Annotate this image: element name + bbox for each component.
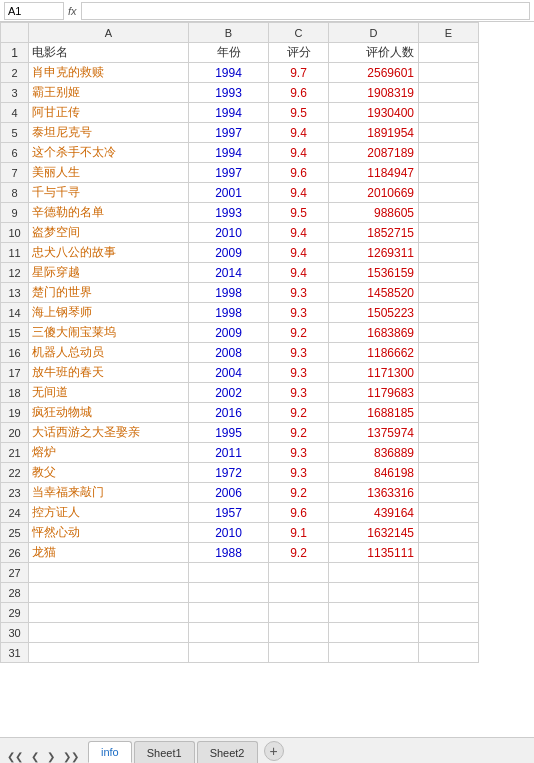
- cell-C2[interactable]: 9.7: [269, 63, 329, 83]
- cell-A25[interactable]: 怦然心动: [29, 523, 189, 543]
- cell-A27[interactable]: [29, 563, 189, 583]
- cell-C15[interactable]: 9.2: [269, 323, 329, 343]
- cell-A10[interactable]: 盗梦空间: [29, 223, 189, 243]
- cell-B10[interactable]: 2010: [189, 223, 269, 243]
- cell-D9[interactable]: 988605: [329, 203, 419, 223]
- col-header-D[interactable]: D: [329, 23, 419, 43]
- first-tab-arrow[interactable]: ❮❮: [4, 750, 26, 763]
- cell-C21[interactable]: 9.3: [269, 443, 329, 463]
- col-header-A[interactable]: A: [29, 23, 189, 43]
- cell-C11[interactable]: 9.4: [269, 243, 329, 263]
- cell-C1[interactable]: 评分: [269, 43, 329, 63]
- cell-E15[interactable]: [419, 323, 479, 343]
- cell-D30[interactable]: [329, 623, 419, 643]
- cell-A18[interactable]: 无间道: [29, 383, 189, 403]
- cell-A30[interactable]: [29, 623, 189, 643]
- cell-E28[interactable]: [419, 583, 479, 603]
- cell-D26[interactable]: 1135111: [329, 543, 419, 563]
- cell-C26[interactable]: 9.2: [269, 543, 329, 563]
- cell-C9[interactable]: 9.5: [269, 203, 329, 223]
- cell-C22[interactable]: 9.3: [269, 463, 329, 483]
- cell-C5[interactable]: 9.4: [269, 123, 329, 143]
- cell-A11[interactable]: 忠犬八公的故事: [29, 243, 189, 263]
- col-header-E[interactable]: E: [419, 23, 479, 43]
- cell-B13[interactable]: 1998: [189, 283, 269, 303]
- cell-reference-input[interactable]: [4, 2, 64, 20]
- cell-C17[interactable]: 9.3: [269, 363, 329, 383]
- cell-D10[interactable]: 1852715: [329, 223, 419, 243]
- cell-B22[interactable]: 1972: [189, 463, 269, 483]
- cell-B17[interactable]: 2004: [189, 363, 269, 383]
- cell-E14[interactable]: [419, 303, 479, 323]
- cell-B16[interactable]: 2008: [189, 343, 269, 363]
- cell-D11[interactable]: 1269311: [329, 243, 419, 263]
- cell-E3[interactable]: [419, 83, 479, 103]
- cell-C7[interactable]: 9.6: [269, 163, 329, 183]
- cell-D12[interactable]: 1536159: [329, 263, 419, 283]
- cell-B11[interactable]: 2009: [189, 243, 269, 263]
- cell-A2[interactable]: 肖申克的救赎: [29, 63, 189, 83]
- cell-D17[interactable]: 1171300: [329, 363, 419, 383]
- cell-B23[interactable]: 2006: [189, 483, 269, 503]
- cell-B25[interactable]: 2010: [189, 523, 269, 543]
- grid-wrapper[interactable]: A B C D E 1 电影名 年份 评分 评价人数 2肖申克的救赎19949.…: [0, 22, 534, 737]
- cell-C27[interactable]: [269, 563, 329, 583]
- cell-E29[interactable]: [419, 603, 479, 623]
- cell-B26[interactable]: 1988: [189, 543, 269, 563]
- cell-A12[interactable]: 星际穿越: [29, 263, 189, 283]
- cell-E12[interactable]: [419, 263, 479, 283]
- sheet-tab-info[interactable]: info: [88, 741, 132, 763]
- cell-B29[interactable]: [189, 603, 269, 623]
- cell-E20[interactable]: [419, 423, 479, 443]
- cell-E23[interactable]: [419, 483, 479, 503]
- cell-A9[interactable]: 辛德勒的名单: [29, 203, 189, 223]
- add-sheet-button[interactable]: +: [264, 741, 284, 761]
- cell-B5[interactable]: 1997: [189, 123, 269, 143]
- cell-C25[interactable]: 9.1: [269, 523, 329, 543]
- cell-D14[interactable]: 1505223: [329, 303, 419, 323]
- cell-A23[interactable]: 当幸福来敲门: [29, 483, 189, 503]
- cell-E11[interactable]: [419, 243, 479, 263]
- cell-B7[interactable]: 1997: [189, 163, 269, 183]
- cell-E19[interactable]: [419, 403, 479, 423]
- cell-B20[interactable]: 1995: [189, 423, 269, 443]
- cell-C18[interactable]: 9.3: [269, 383, 329, 403]
- cell-D2[interactable]: 2569601: [329, 63, 419, 83]
- cell-D8[interactable]: 2010669: [329, 183, 419, 203]
- cell-C29[interactable]: [269, 603, 329, 623]
- cell-D25[interactable]: 1632145: [329, 523, 419, 543]
- cell-D18[interactable]: 1179683: [329, 383, 419, 403]
- cell-A22[interactable]: 教父: [29, 463, 189, 483]
- cell-E26[interactable]: [419, 543, 479, 563]
- cell-E30[interactable]: [419, 623, 479, 643]
- cell-E24[interactable]: [419, 503, 479, 523]
- cell-C16[interactable]: 9.3: [269, 343, 329, 363]
- sheet-tab-sheet1[interactable]: Sheet1: [134, 741, 195, 763]
- cell-E1[interactable]: [419, 43, 479, 63]
- cell-E7[interactable]: [419, 163, 479, 183]
- cell-D16[interactable]: 1186662: [329, 343, 419, 363]
- cell-D28[interactable]: [329, 583, 419, 603]
- cell-A13[interactable]: 楚门的世界: [29, 283, 189, 303]
- cell-D1[interactable]: 评价人数: [329, 43, 419, 63]
- cell-E10[interactable]: [419, 223, 479, 243]
- cell-B1[interactable]: 年份: [189, 43, 269, 63]
- formula-input[interactable]: [81, 2, 530, 20]
- cell-E21[interactable]: [419, 443, 479, 463]
- cell-D31[interactable]: [329, 643, 419, 663]
- cell-B4[interactable]: 1994: [189, 103, 269, 123]
- cell-E17[interactable]: [419, 363, 479, 383]
- cell-B3[interactable]: 1993: [189, 83, 269, 103]
- cell-C28[interactable]: [269, 583, 329, 603]
- cell-B27[interactable]: [189, 563, 269, 583]
- cell-E25[interactable]: [419, 523, 479, 543]
- cell-A6[interactable]: 这个杀手不太冷: [29, 143, 189, 163]
- cell-B18[interactable]: 2002: [189, 383, 269, 403]
- col-header-C[interactable]: C: [269, 23, 329, 43]
- cell-B28[interactable]: [189, 583, 269, 603]
- cell-E31[interactable]: [419, 643, 479, 663]
- cell-D29[interactable]: [329, 603, 419, 623]
- cell-C30[interactable]: [269, 623, 329, 643]
- cell-E13[interactable]: [419, 283, 479, 303]
- cell-A21[interactable]: 熔炉: [29, 443, 189, 463]
